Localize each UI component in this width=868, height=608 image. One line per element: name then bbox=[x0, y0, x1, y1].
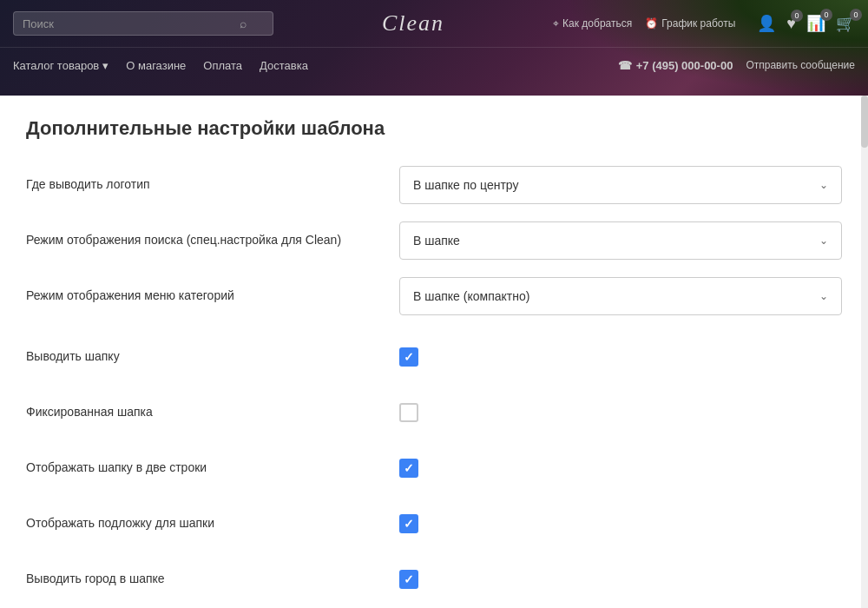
setting-menu-mode-label: Режим отображения меню категорий bbox=[26, 287, 399, 305]
nav-about[interactable]: О магазине bbox=[126, 59, 186, 72]
setting-header-background-control bbox=[399, 514, 842, 533]
chart-badge: 0 bbox=[820, 9, 832, 21]
chevron-down-icon: ⌄ bbox=[819, 235, 828, 247]
search-box[interactable]: ⌕ bbox=[13, 11, 273, 36]
show-city-checkbox[interactable] bbox=[399, 570, 418, 589]
scrollbar-thumb[interactable] bbox=[861, 96, 868, 148]
two-row-header-checkbox[interactable] bbox=[399, 459, 418, 478]
divider bbox=[26, 333, 842, 334]
setting-two-row-header-label: Отображать шапку в две строки bbox=[26, 459, 399, 477]
setting-logo-position-label: Где выводить логотип bbox=[26, 176, 399, 194]
logo-position-dropdown[interactable]: В шапке по центру ⌄ bbox=[399, 166, 842, 204]
setting-fixed-header: Фиксированная шапка bbox=[26, 393, 842, 432]
setting-search-mode-label: Режим отображения поиска (спец.настройка… bbox=[26, 232, 399, 249]
heart-badge: 0 bbox=[791, 10, 803, 22]
setting-show-header-label: Выводить шапку bbox=[26, 348, 399, 366]
search-mode-dropdown[interactable]: В шапке ⌄ bbox=[399, 221, 842, 260]
search-icon: ⌕ bbox=[240, 17, 247, 30]
setting-menu-mode: Режим отображения меню категорий В шапке… bbox=[26, 277, 842, 315]
setting-search-mode: Режим отображения поиска (спец.настройка… bbox=[26, 221, 842, 260]
site-header: ⌕ Clean ⌖ Как добраться ⏰ График работы … bbox=[0, 0, 868, 96]
nav-delivery[interactable]: Доставка bbox=[260, 59, 308, 72]
chevron-down-icon: ⌄ bbox=[819, 179, 828, 191]
chevron-down-icon: ⌄ bbox=[819, 290, 828, 302]
setting-show-city-control bbox=[399, 570, 842, 589]
menu-mode-dropdown[interactable]: В шапке (компактно) ⌄ bbox=[399, 277, 842, 315]
nav-payment[interactable]: Оплата bbox=[203, 59, 242, 72]
search-input[interactable] bbox=[23, 17, 240, 30]
chevron-down-icon: ▾ bbox=[102, 59, 108, 72]
phone-number[interactable]: ☎ +7 (495) 000-00-00 bbox=[618, 59, 733, 72]
setting-header-background-label: Отображать подложку для шапки bbox=[26, 515, 399, 532]
header-background-checkbox[interactable] bbox=[399, 514, 418, 533]
location-icon: ⌖ bbox=[553, 17, 559, 30]
header-icons: 👤 ♥0 📊0 🛒0 bbox=[757, 14, 855, 33]
setting-show-city: Выводить город в шапке bbox=[26, 560, 842, 598]
send-message-link[interactable]: Отправить сообщение bbox=[746, 59, 855, 71]
setting-fixed-header-control bbox=[399, 403, 842, 422]
user-icon[interactable]: 👤 bbox=[757, 14, 776, 33]
clock-icon: ⏰ bbox=[645, 17, 658, 30]
setting-two-row-header-control bbox=[399, 459, 842, 478]
phone-icon: ☎ bbox=[618, 59, 632, 72]
setting-search-mode-control: В шапке ⌄ bbox=[399, 221, 842, 260]
header-nav-right: ⌖ Как добраться ⏰ График работы 👤 ♥0 📊0 … bbox=[553, 14, 855, 33]
setting-show-city-label: Выводить город в шапке bbox=[26, 571, 399, 588]
main-navigation: Каталог товаров ▾ О магазине Оплата Дост… bbox=[13, 59, 308, 72]
cart-badge: 0 bbox=[850, 9, 862, 21]
header-bottom-bar: Каталог товаров ▾ О магазине Оплата Дост… bbox=[0, 48, 868, 83]
cart-icon[interactable]: 🛒0 bbox=[836, 14, 855, 33]
fixed-header-checkbox[interactable] bbox=[399, 403, 418, 422]
setting-menu-mode-control: В шапке (компактно) ⌄ bbox=[399, 277, 842, 315]
contact-info: ☎ +7 (495) 000-00-00 Отправить сообщение bbox=[618, 59, 855, 72]
setting-show-header-control bbox=[399, 347, 842, 367]
how-to-get-link[interactable]: ⌖ Как добраться bbox=[553, 17, 632, 30]
search-mode-value: В шапке bbox=[413, 234, 460, 248]
setting-header-background: Отображать подложку для шапки bbox=[26, 505, 842, 543]
logo-position-value: В шапке по центру bbox=[413, 178, 518, 192]
main-content: Дополнительные настройки шаблона Где выв… bbox=[0, 96, 868, 608]
work-hours-link[interactable]: ⏰ График работы bbox=[645, 17, 735, 30]
setting-show-header: Выводить шапку bbox=[26, 338, 842, 376]
header-top-bar: ⌕ Clean ⌖ Как добраться ⏰ График работы … bbox=[0, 0, 868, 48]
nav-catalog[interactable]: Каталог товаров ▾ bbox=[13, 59, 108, 72]
heart-icon[interactable]: ♥0 bbox=[786, 15, 796, 33]
scrollbar-track bbox=[861, 96, 868, 608]
chart-icon[interactable]: 📊0 bbox=[806, 14, 825, 33]
menu-mode-value: В шапке (компактно) bbox=[413, 289, 529, 303]
setting-logo-position: Где выводить логотип В шапке по центру ⌄ bbox=[26, 166, 842, 204]
setting-fixed-header-label: Фиксированная шапка bbox=[26, 404, 399, 421]
setting-two-row-header: Отображать шапку в две строки bbox=[26, 449, 842, 487]
site-logo: Clean bbox=[273, 10, 553, 36]
setting-logo-position-control: В шапке по центру ⌄ bbox=[399, 166, 842, 204]
show-header-checkbox[interactable] bbox=[399, 347, 418, 367]
page-title: Дополнительные настройки шаблона bbox=[26, 117, 842, 140]
